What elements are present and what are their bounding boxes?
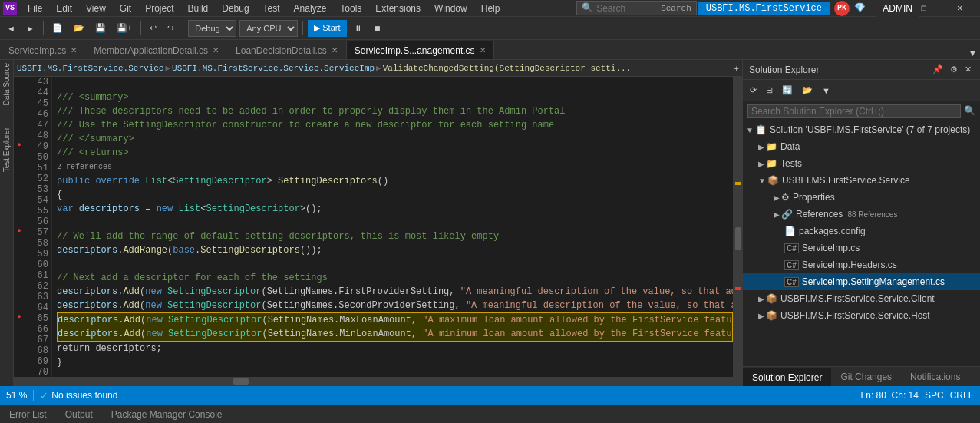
- tree-packages[interactable]: 📄 packages.config: [743, 223, 980, 240]
- chevron-right-icon: ▶: [758, 295, 764, 303]
- open-button[interactable]: 📂: [70, 20, 88, 37]
- status-bar: 51 % ✓ No issues found Ln: 80 Ch: 14 SPC…: [0, 386, 980, 405]
- tree-data-label: Data: [780, 141, 800, 152]
- tab-solution-explorer[interactable]: Solution Explorer: [743, 368, 831, 386]
- menu-window[interactable]: Window: [428, 2, 474, 15]
- menu-build[interactable]: Build: [182, 2, 215, 15]
- code-line-50: {: [57, 188, 733, 202]
- h-scroll-thumb[interactable]: [233, 378, 249, 385]
- code-line-56: // Next add a descriptor for each of the…: [57, 271, 733, 285]
- new-file-button[interactable]: 📄: [48, 20, 67, 37]
- test-explorer-label: Test Explorer: [2, 124, 11, 175]
- tab-memberapp[interactable]: MemberApplicationDetail.cs ✕: [85, 41, 227, 59]
- tab-notifications[interactable]: Notifications: [901, 368, 969, 386]
- solution-close-button[interactable]: ✕: [962, 64, 974, 74]
- search-input[interactable]: [596, 3, 658, 14]
- tab-error-list[interactable]: Error List: [0, 405, 56, 424]
- tree-solution-root[interactable]: ▼ 📋 Solution 'USBFI.MS.FirstService' (7 …: [743, 121, 980, 138]
- menu-debug[interactable]: Debug: [216, 2, 255, 15]
- menu-tools[interactable]: Tools: [334, 2, 368, 15]
- tree-service-project[interactable]: ▼ 📦 USBFI.MS.FirstService.Service: [743, 172, 980, 189]
- undo-button[interactable]: ↩: [146, 20, 160, 37]
- editor-scrollbar[interactable]: [733, 77, 742, 377]
- tab-git-changes[interactable]: Git Changes: [831, 368, 901, 386]
- csharp-icon: C#: [784, 260, 799, 270]
- sol-collapse-button[interactable]: ⊟: [762, 83, 777, 97]
- solution-search-input[interactable]: [747, 104, 961, 118]
- tree-client-project[interactable]: ▶ 📦 USBFI.MS.FirstService.Service.Client: [743, 290, 980, 307]
- tab-close-memberapp[interactable]: ✕: [213, 46, 219, 55]
- code-line-61: return descriptors;: [57, 342, 733, 355]
- sol-sync-button[interactable]: ⟳: [746, 83, 761, 97]
- tree-host-project[interactable]: ▶ 📦 USBFI.MS.FirstService.Service.Host: [743, 307, 980, 324]
- tree-references[interactable]: ▶ 🔗 References 88 References: [743, 206, 980, 223]
- tab-close-serviceimp[interactable]: ✕: [71, 46, 77, 55]
- tree-packages-label: packages.config: [799, 226, 866, 236]
- line-45: 45: [14, 98, 51, 109]
- menu-extensions[interactable]: Extensions: [369, 2, 427, 15]
- stop-button[interactable]: ⏹: [369, 20, 385, 37]
- menu-test[interactable]: Test: [257, 2, 286, 15]
- menu-git[interactable]: Git: [114, 2, 137, 15]
- tab-serviceimp-settings[interactable]: ServiceImp.S...anagement.cs ✕: [346, 41, 494, 59]
- solution-bottom-tabs: Solution Explorer Git Changes Notificati…: [743, 366, 980, 386]
- search-icon: 🔍: [582, 2, 593, 14]
- tree-settings-label: ServiceImp.SettingManagement.cs: [802, 276, 945, 287]
- code-line-43: [57, 77, 733, 91]
- code-line-53: // We'll add the range of default settin…: [57, 230, 733, 243]
- solution-header-controls: 📌 ⚙ ✕: [930, 64, 974, 74]
- sol-filter-button[interactable]: ▼: [818, 84, 834, 97]
- menu-help[interactable]: Help: [475, 2, 506, 15]
- breadcrumb-options[interactable]: +: [734, 64, 739, 73]
- sol-show-all-button[interactable]: 📂: [798, 83, 817, 97]
- code-line-52: [57, 216, 733, 230]
- tab-close-loandecision[interactable]: ✕: [332, 46, 338, 55]
- scroll-thumb[interactable]: [735, 227, 741, 250]
- horizontal-scrollbar[interactable]: [14, 377, 742, 386]
- folder-icon: 📁: [766, 141, 777, 152]
- tree-settings-cs[interactable]: C# ServiceImp.SettingManagement.cs: [743, 273, 980, 290]
- search-label: Search: [661, 4, 691, 13]
- back-button[interactable]: ◄: [3, 20, 19, 37]
- solution-options-button[interactable]: ⚙: [948, 64, 960, 74]
- redo-button[interactable]: ↪: [163, 20, 178, 37]
- tab-loandecision[interactable]: LoanDecisionDetail.cs ✕: [227, 41, 346, 59]
- menu-project[interactable]: Project: [139, 2, 180, 15]
- menu-analyze[interactable]: Analyze: [288, 2, 333, 15]
- menu-view[interactable]: View: [80, 2, 112, 15]
- save-button[interactable]: 💾: [91, 20, 110, 37]
- tab-close-settings[interactable]: ✕: [480, 46, 486, 55]
- debug-config-select[interactable]: Debug: [188, 20, 236, 37]
- save-all-button[interactable]: 💾+: [113, 20, 136, 37]
- tree-data[interactable]: ▶ 📁 Data: [743, 138, 980, 155]
- line-numbers-gutter: 43 44 45 46 47 48 ●49 50 51 52 53 54 55 …: [14, 77, 52, 377]
- tree-serviceimp-cs[interactable]: C# ServiceImp.cs: [743, 240, 980, 256]
- global-search[interactable]: 🔍 Search: [576, 1, 697, 15]
- tree-headers-cs[interactable]: C# ServiceImp.Headers.cs: [743, 256, 980, 273]
- pin-button[interactable]: 📌: [930, 64, 945, 74]
- start-button[interactable]: ▶ Start: [308, 20, 346, 37]
- tab-serviceimp[interactable]: ServiceImp.cs ✕: [0, 41, 85, 59]
- platform-select[interactable]: Any CPU: [239, 20, 298, 37]
- chevron-down-icon: ▼: [746, 126, 754, 134]
- toolbar-separator-2: [140, 21, 141, 35]
- tab-package-manager[interactable]: Package Manager Console: [102, 405, 232, 424]
- forward-button[interactable]: ►: [22, 20, 38, 37]
- close-button[interactable]: ✕: [942, 0, 977, 17]
- line-57-bp: ●57: [14, 227, 51, 238]
- menu-file[interactable]: File: [21, 2, 48, 15]
- pause-button[interactable]: ⏸: [350, 20, 366, 37]
- solution-icon: 📋: [755, 124, 767, 135]
- solution-search-icon: 🔍: [964, 105, 975, 117]
- data-source-label: Data Source: [2, 60, 11, 109]
- tab-label: ServiceImp.S...anagement.cs: [355, 45, 475, 56]
- menu-edit[interactable]: Edit: [50, 2, 78, 15]
- tab-output[interactable]: Output: [56, 405, 102, 424]
- tree-tests[interactable]: ▶ 📁 Tests: [743, 155, 980, 172]
- code-content[interactable]: /// <summary> /// These descriptors need…: [52, 77, 733, 377]
- sol-refresh-button[interactable]: 🔄: [778, 83, 797, 97]
- tree-properties[interactable]: ▶ ⚙ Properties: [743, 189, 980, 206]
- tab-overflow-button[interactable]: ▼: [965, 48, 980, 59]
- code-line-44: /// <summary>: [57, 91, 733, 104]
- code-line-49: 2 references public override List<Settin…: [57, 160, 733, 188]
